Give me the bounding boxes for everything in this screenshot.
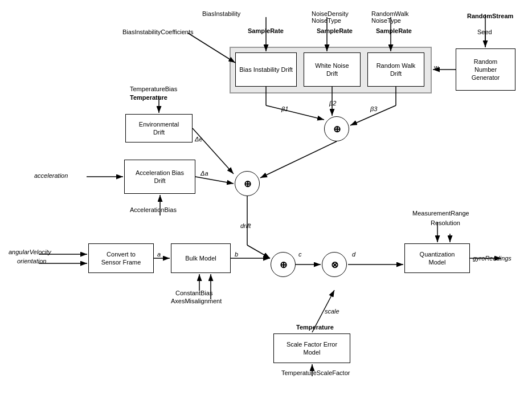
label-temperaturebias: TemperatureBias [130,86,177,92]
label-biasinstability-coeff: BiasInstabilityCoefficients [122,29,194,35]
svg-line-7 [188,33,235,63]
label-drift: drift [240,222,251,229]
label-angularvelocity: angularVelocity [9,249,51,255]
label-c: c [298,251,302,258]
label-beta3: β3 [370,105,377,112]
svg-line-18 [195,177,234,184]
label-a: a [157,251,161,258]
svg-line-20 [247,245,270,258]
scale-factor-block: Scale Factor ErrorModel [273,333,350,363]
acceleration-bias-block: Acceleration BiasDrift [124,160,195,194]
quantization-block: QuantizationModel [404,243,470,273]
label-noisetype1: NoiseType [312,17,341,24]
mult-scale-circle: ⊗ [322,252,347,277]
acceleration-bias-label: Acceleration BiasDrift [136,169,184,185]
random-walk-block: Random WalkDrift [367,52,424,87]
label-resolution: Resolution [431,219,460,226]
svg-line-9 [266,105,324,120]
label-b: b [235,251,238,258]
bulk-model-block: Bulk Model [171,243,231,273]
convert-sensor-label: Convert toSensor Frame [101,250,141,267]
label-delta-a: Δa [200,170,208,177]
random-number-label: RandomNumberGenerator [472,58,500,82]
label-d: d [352,251,355,258]
label-samplerate3: SampleRate [376,27,412,34]
label-beta2: β2 [329,100,336,107]
quantization-label: QuantizationModel [420,250,455,267]
label-accelerationbias: AccelerationBias [130,206,177,213]
label-temperature1: Temperature [130,94,167,101]
svg-line-15 [193,128,234,174]
label-samplerate2: SampleRate [317,27,353,34]
label-samplerate1: SampleRate [248,27,284,34]
label-randomwalk: RandomWalk [371,10,409,17]
label-gyroreadings: gyroReadings [473,255,511,262]
label-noisetype2: NoiseType [371,17,401,24]
sum-main-circle: ⊕ [235,171,260,196]
random-walk-label: Random WalkDrift [377,62,416,78]
sum-drift-circle: ⊕ [324,116,349,141]
label-seed: Seed [477,29,492,35]
bulk-model-label: Bulk Model [185,254,216,262]
label-w: w [434,64,439,71]
svg-line-13 [260,141,337,178]
diagram: Bias Instability Drift White NoiseDrift … [0,0,532,407]
label-acceleration: acceleration [34,172,68,179]
label-noisedensity: NoiseDensity [312,10,349,17]
random-number-block: RandomNumberGenerator [456,48,515,91]
label-scale: scale [325,308,339,315]
white-noise-label: White NoiseDrift [315,62,349,78]
scale-factor-label: Scale Factor ErrorModel [287,340,337,357]
label-temperaturescalefactor: TemperatureScaleFactor [281,369,350,376]
sum-bulk-circle: ⊕ [271,252,296,277]
label-orientation: orientation [17,258,46,264]
environmental-drift-label: EnvironmentalDrift [139,120,179,137]
label-temperature2: Temperature [296,324,334,331]
environmental-drift-block: EnvironmentalDrift [125,114,193,143]
label-biasinstability: BiasInstability [202,10,240,17]
label-delta-e: Δe [195,136,203,143]
label-axesmisalignment: AxesMisalignment [171,298,222,304]
label-beta1: β1 [281,105,288,112]
label-measurementrange: MeasurementRange [412,210,469,217]
convert-sensor-block: Convert toSensor Frame [88,243,154,273]
white-noise-block: White NoiseDrift [304,52,361,87]
bias-instability-block: Bias Instability Drift [235,52,297,87]
label-randomstream: RandomStream [467,13,513,19]
label-constantbias: ConstantBias [175,290,212,296]
bias-instability-label: Bias Instability Drift [239,66,293,74]
